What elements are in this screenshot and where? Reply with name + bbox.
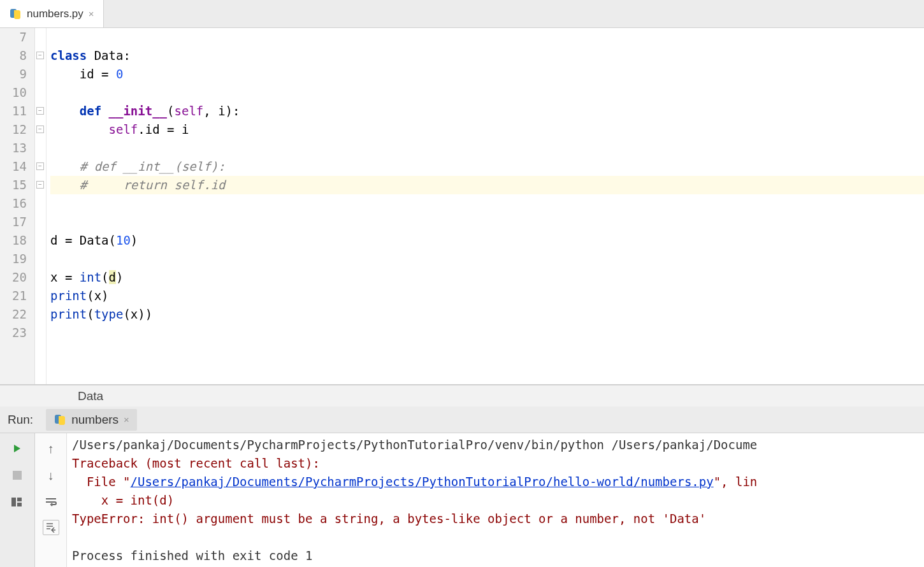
python-file-icon [9,8,22,20]
line-number-gutter: 7891011121314151617181920212223 [0,28,35,384]
breadcrumb-item[interactable]: Data [78,389,103,403]
line-number: 8 [0,47,27,65]
line-number: 18 [0,231,27,250]
line-number: 17 [0,213,27,231]
svg-rect-2 [17,498,22,501]
code-line[interactable] [50,213,924,231]
line-number: 22 [0,305,27,324]
code-line[interactable]: d = Data(10) [50,231,924,250]
up-arrow-icon[interactable]: ↑ [42,440,60,457]
line-number: 23 [0,324,27,342]
code-line[interactable]: print(x) [50,287,924,305]
line-number: 16 [0,194,27,213]
stop-button[interactable] [8,466,26,484]
layout-button[interactable] [8,493,26,511]
line-number: 15 [0,176,27,194]
line-number: 13 [0,139,27,157]
fold-toggle-icon[interactable]: − [36,107,44,115]
run-body: ↑ ↓ /Users/pankaj/Documents/PycharmProje… [0,433,924,567]
code-line[interactable]: x = int(d) [50,268,924,287]
line-number: 11 [0,102,27,120]
code-line[interactable] [50,194,924,213]
line-number: 19 [0,250,27,268]
code-line[interactable]: print(type(x)) [50,305,924,324]
run-config-tab[interactable]: numbers × [46,409,137,431]
run-config-name: numbers [71,413,119,427]
svg-rect-1 [11,498,16,506]
close-icon[interactable]: × [89,8,94,19]
svg-rect-0 [13,471,22,480]
run-toolbar-secondary: ↑ ↓ [35,433,67,567]
editor-tab-bar: numbers.py × [0,0,924,28]
line-number: 9 [0,65,27,83]
code-line[interactable] [50,28,924,47]
run-header: Run: numbers × [0,406,924,433]
file-tab[interactable]: numbers.py × [0,0,104,27]
fold-toggle-icon[interactable]: − [36,162,44,170]
run-button[interactable] [8,440,26,457]
fold-toggle-icon[interactable]: − [36,181,44,189]
code-line[interactable] [50,250,924,268]
line-number: 20 [0,268,27,287]
down-arrow-icon[interactable]: ↓ [42,466,60,484]
file-tab-label: numbers.py [27,8,83,20]
python-run-icon [54,413,66,426]
svg-rect-3 [17,503,22,506]
code-line[interactable] [50,324,924,342]
code-line[interactable] [50,83,924,102]
code-area[interactable]: class Data: id = 0 def __init__(self, i)… [47,28,924,384]
code-line[interactable]: self.id = i [50,120,924,139]
code-line[interactable]: def __init__(self, i): [50,102,924,120]
run-toolbar-primary [0,433,35,567]
code-line[interactable]: # def __int__(self): [50,157,924,176]
line-number: 7 [0,28,27,47]
code-line[interactable] [50,139,924,157]
run-label: Run: [8,413,33,427]
breadcrumb-bar: Data [0,385,924,406]
run-panel: Run: numbers × ↑ ↓ [0,406,924,567]
soft-wrap-icon[interactable] [42,493,60,511]
traceback-file-link[interactable]: /Users/pankaj/Documents/PycharmProjects/… [131,475,714,489]
fold-toggle-icon[interactable]: − [36,52,44,59]
line-number: 12 [0,120,27,139]
line-number: 14 [0,157,27,176]
fold-toggle-icon[interactable]: − [36,126,44,133]
code-line[interactable]: id = 0 [50,65,924,83]
code-editor: 7891011121314151617181920212223 −−−−− cl… [0,28,924,385]
close-icon[interactable]: × [124,414,129,425]
line-number: 10 [0,83,27,102]
line-number: 21 [0,287,27,305]
scroll-to-end-icon[interactable] [43,520,59,535]
code-line[interactable]: class Data: [50,47,924,65]
code-line[interactable]: # return self.id [50,176,924,194]
fold-gutter: −−−−− [35,28,47,384]
console-output[interactable]: /Users/pankaj/Documents/PycharmProjects/… [67,433,924,567]
